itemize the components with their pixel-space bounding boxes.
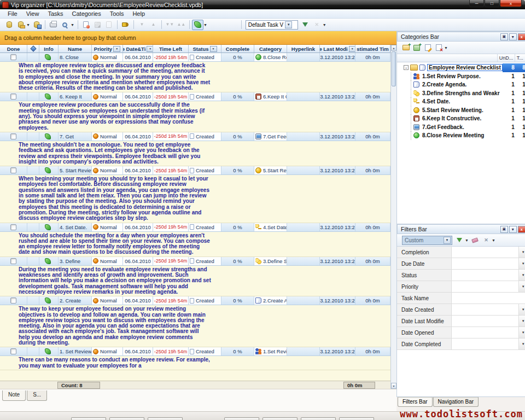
new-task-icon[interactable] [80, 20, 92, 30]
column-header-category[interactable]: Category [254, 45, 287, 52]
edit-task-icon[interactable] [92, 20, 103, 30]
filter-value-field[interactable] [452, 316, 518, 326]
column-header-complete[interactable]: Complete [221, 45, 254, 52]
column-header-name[interactable]: Name [59, 45, 92, 52]
filters-window-icon[interactable]: ▣ [500, 226, 508, 233]
move-bottom-icon[interactable]: ▼▼ [164, 20, 176, 30]
group-by-bar[interactable]: Drag a column header here to group by th… [0, 31, 396, 45]
filters-overflow-icon[interactable]: ▼ [492, 238, 495, 242]
scroll-thumb[interactable] [392, 51, 396, 86]
open-database-dropdown-icon[interactable]: ▼ [26, 23, 30, 27]
column-filter-icon[interactable]: ▼ [349, 46, 355, 52]
menu-categories[interactable]: Categories [68, 10, 106, 18]
done-checkbox[interactable] [10, 133, 16, 139]
remove-filter-icon[interactable]: ✕ [481, 235, 492, 245]
view-overflow-icon[interactable]: ▼ [323, 23, 326, 27]
task-view-select[interactable]: Default Task V ▼ [246, 20, 298, 30]
taskbar-button[interactable] [224, 417, 259, 420]
menu-file[interactable]: File [3, 10, 22, 18]
filter-value-field[interactable] [452, 304, 518, 315]
save-database-icon[interactable] [31, 20, 43, 30]
filter-preset-dropdown-icon[interactable]: ▼ [444, 237, 451, 244]
categories-pin-icon[interactable]: ▼ [509, 33, 517, 40]
move-top-icon[interactable]: ▲▲ [176, 20, 187, 30]
highlight-icon[interactable] [120, 20, 131, 30]
tab-navigation-bar[interactable]: Navigation Bar [433, 397, 479, 407]
column-header-time-left[interactable]: Time Left [153, 45, 189, 52]
filter-dropdown-icon[interactable]: ▼ [518, 304, 525, 315]
minimize-button[interactable]: ─ [469, 0, 484, 7]
filter-value-field[interactable] [452, 327, 518, 338]
close-button[interactable]: x [500, 0, 522, 7]
scroll-up-icon[interactable]: ▲ [391, 45, 396, 51]
filters-close-icon[interactable]: x [518, 226, 525, 233]
tree-item[interactable]: 4.Set Date.11 [397, 97, 525, 106]
print-icon[interactable] [48, 20, 59, 30]
taskbar-button[interactable] [301, 417, 336, 420]
tree-item[interactable]: 8.Close Review Meeting11 [397, 131, 525, 140]
taskbar-button[interactable] [148, 417, 183, 420]
task-row[interactable]: 6. Keep ItNormal06.04.2010-250d 19h 54mC… [0, 92, 390, 101]
filter-preset-select[interactable]: Custom ▼ [402, 236, 452, 245]
clear-filter-icon[interactable] [470, 235, 481, 245]
filter-value-field[interactable] [452, 270, 518, 281]
taskbar-button[interactable] [71, 417, 106, 420]
tab-s[interactable]: S... [27, 390, 47, 401]
task-row[interactable]: 4. Set Date.Normal06.04.2010-250d 19h 54… [0, 223, 390, 232]
menu-tasks[interactable]: Tasks [43, 10, 67, 18]
categories-close-icon[interactable]: x [518, 33, 525, 40]
filter-value-field[interactable] [452, 258, 518, 269]
expand-collapse-icon[interactable]: - [404, 65, 409, 70]
column-header-status[interactable]: Status▼ [189, 45, 221, 52]
tree-item[interactable]: -Employee Review Checklist88 [397, 63, 525, 72]
task-row[interactable]: 2. CreateNormal06.04.2010-250d 19h 54mCr… [0, 296, 390, 305]
taskbar-button[interactable] [339, 417, 374, 420]
grid-scrollbar[interactable]: ▲ ▼ [390, 45, 396, 389]
print-preview-icon[interactable] [59, 20, 71, 30]
column-header-done[interactable]: Done [0, 45, 27, 52]
new-subcategory-icon[interactable] [411, 43, 422, 52]
done-checkbox[interactable] [10, 224, 16, 230]
task-row[interactable]: 1. Set ReviewNormal06.04.2010-250d 19h 5… [0, 347, 390, 356]
apply-filter-dropdown-icon[interactable]: ▼ [465, 238, 469, 242]
taskbar-button[interactable] [109, 417, 144, 420]
task-row[interactable]: 7. GetNormal06.04.2010-250d 19h 54mCreat… [0, 132, 390, 141]
done-checkbox[interactable] [10, 167, 16, 173]
menu-help[interactable]: Help [128, 10, 149, 18]
print-dropdown-icon[interactable]: ▼ [71, 23, 74, 27]
filters-pin-icon[interactable]: ▼ [509, 226, 517, 233]
task-row[interactable]: 8. CloseNormal06.04.2010-250d 19h 54mCre… [0, 53, 390, 62]
apply-view-icon[interactable] [300, 20, 311, 30]
column-filter-icon[interactable]: ▼ [210, 46, 217, 52]
filter-value-field[interactable] [452, 293, 525, 304]
notes-view-icon[interactable] [192, 20, 203, 30]
column-header-e-last-modi[interactable]: e Last Modi▼ [320, 45, 355, 52]
categories-overflow-icon[interactable]: ▼ [444, 46, 448, 50]
task-view-dropdown-icon[interactable]: ▼ [285, 21, 292, 28]
column-header-info[interactable]: Info [39, 45, 59, 52]
task-row[interactable]: 5. Start ReviewNormal06.04.2010-250d 19h… [0, 166, 390, 175]
menu-tools[interactable]: Tools [106, 10, 129, 18]
taskbar-button[interactable] [262, 417, 298, 420]
move-up-icon[interactable]: ▲ [148, 20, 159, 30]
filter-dropdown-icon[interactable]: ▼ [518, 316, 525, 326]
column-header-stimated-tim[interactable]: stimated Tim [355, 45, 390, 52]
clear-view-icon[interactable]: ✕ [311, 20, 323, 30]
filter-dropdown-icon[interactable]: ▼ [518, 339, 525, 349]
column-filter-icon[interactable]: ▼ [113, 46, 120, 52]
notes-view-dropdown-icon[interactable]: ▼ [203, 23, 207, 27]
done-checkbox[interactable] [10, 258, 16, 264]
tab-filters-bar[interactable]: Filters Bar [398, 397, 433, 407]
column-filter-icon[interactable]: ▼ [147, 46, 153, 52]
done-checkbox[interactable] [10, 94, 16, 100]
done-checkbox[interactable] [10, 54, 16, 60]
task-row[interactable]: 3. DefineNormal06.04.2010-250d 19h 54mCr… [0, 257, 390, 266]
maximize-button[interactable]: □ [485, 0, 499, 7]
tree-item[interactable]: 5.Start Review Meeting.11 [397, 106, 525, 115]
tree-item[interactable]: 2.Create Agenda.11 [397, 80, 525, 89]
menu-view[interactable]: View [22, 10, 44, 18]
done-checkbox[interactable] [10, 348, 16, 354]
scroll-down-icon[interactable]: ▼ [391, 383, 396, 389]
count-column-header[interactable]: UnD... [497, 54, 515, 62]
tab-note[interactable]: Note [2, 390, 26, 401]
